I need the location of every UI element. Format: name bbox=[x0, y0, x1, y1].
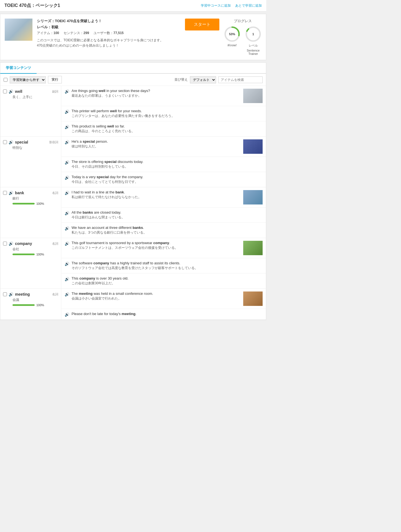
vocab-word: bank bbox=[15, 191, 24, 195]
sentence-keyword: bank bbox=[115, 190, 124, 194]
sentence-item: 🔊 He's a special person. 彼は特別な人だ。 bbox=[61, 137, 266, 157]
vocab-progress-fill bbox=[12, 254, 35, 255]
sentence-keyword: well bbox=[99, 89, 106, 93]
sentence-trainer-label: SentenceTrainer bbox=[247, 49, 260, 55]
iknow-pct: 53% bbox=[229, 32, 235, 36]
vocab-pos: 副詞 bbox=[52, 89, 58, 94]
sentence-en: This golf tournament is sponsored by a s… bbox=[72, 241, 241, 245]
sentence-item: 🔊 We have an account at three different … bbox=[61, 223, 266, 238]
action-select[interactable]: 学習対象から外す bbox=[10, 76, 46, 83]
sentence-ja: 今日、その店は特別割引をしている。 bbox=[72, 164, 263, 169]
sentence-content: Please don't be late for today's meeting… bbox=[72, 312, 263, 316]
sentence-sound-icon[interactable]: 🔊 bbox=[65, 175, 69, 180]
start-button[interactable]: スタート bbox=[185, 19, 219, 30]
sentence-ja: 私は銀行で並んで待たなければならなかった。 bbox=[72, 195, 241, 200]
vocab-left: 🔊 meeting 名詞 会議 100% bbox=[0, 289, 61, 319]
course-level: レベル：初級 bbox=[37, 25, 181, 30]
sentence-en: He's a special person. bbox=[72, 139, 241, 144]
sentence-thumbnail bbox=[243, 89, 263, 103]
vocab-checkbox[interactable] bbox=[3, 140, 7, 144]
sentence-sound-icon[interactable]: 🔊 bbox=[65, 241, 69, 246]
course-desc-line2: 470点突破のためのはじめの一歩を踏み出しましょう！ bbox=[37, 43, 181, 48]
select-all-checkbox[interactable] bbox=[4, 78, 7, 82]
sentence-item: 🔊 Please don't be late for today's meeti… bbox=[61, 309, 266, 319]
vocab-pos: 名詞 bbox=[52, 191, 58, 195]
vocab-progress-fill bbox=[12, 203, 35, 204]
sentence-thumbnail bbox=[243, 139, 263, 154]
sentence-keyword: banks bbox=[83, 210, 93, 214]
vocab-sound-icon[interactable]: 🔊 bbox=[9, 191, 13, 195]
sentence-content: This printer will perform well for your … bbox=[72, 109, 263, 118]
sentence-content: He's a special person. 彼は特別な人だ。 bbox=[72, 139, 241, 149]
vocab-left-top: 🔊 special 形容詞 bbox=[3, 140, 58, 144]
vocab-pos: 形容詞 bbox=[49, 140, 58, 144]
vocab-sound-icon[interactable]: 🔊 bbox=[9, 292, 13, 296]
sentence-item: 🔊 This golf tournament is sponsored by a… bbox=[61, 238, 266, 258]
vocab-checkbox[interactable] bbox=[3, 242, 7, 245]
vocab-progress-pct: 100% bbox=[36, 202, 44, 205]
sentence-sound-icon[interactable]: 🔊 bbox=[65, 292, 69, 296]
sentence-sound-icon[interactable]: 🔊 bbox=[65, 312, 69, 317]
vocab-checkbox[interactable] bbox=[3, 292, 7, 296]
sentence-sound-icon[interactable]: 🔊 bbox=[65, 262, 69, 266]
vocab-word: special bbox=[15, 140, 28, 144]
sentence-keyword: special bbox=[104, 160, 116, 164]
sentence-sound-icon[interactable]: 🔊 bbox=[65, 109, 69, 114]
course-details: シリーズ：TOEIC 470点を突破しよう！ レベル：初級 アイテム：100 セ… bbox=[37, 19, 181, 48]
sentence-en: The store is offering special discounts … bbox=[72, 160, 263, 164]
progress-section: プログレス 53% iKnow! bbox=[224, 19, 262, 55]
vocab-item: 🔊 well 副詞 良く、上手に 🔊 Are things going well… bbox=[0, 86, 266, 137]
sentence-trainer-level-label: レベル bbox=[249, 44, 258, 48]
sentence-en: Are things going well in your section th… bbox=[72, 89, 241, 93]
sentence-item: 🔊 This company is over 30 years old. この会… bbox=[61, 273, 266, 288]
vocab-left: 🔊 bank 名詞 銀行 100% bbox=[0, 187, 61, 238]
sentence-keyword: company bbox=[93, 261, 109, 265]
stat-users: ユーザー数：77,515 bbox=[93, 31, 124, 35]
vocab-checkbox[interactable] bbox=[3, 89, 7, 93]
vocab-sound-icon[interactable]: 🔊 bbox=[9, 241, 13, 246]
sentence-sound-icon[interactable]: 🔊 bbox=[65, 191, 69, 195]
vocab-sound-icon[interactable]: 🔊 bbox=[9, 140, 13, 144]
sentence-en: The software company has a highly traine… bbox=[72, 261, 263, 265]
sentence-sound-icon[interactable]: 🔊 bbox=[65, 226, 69, 231]
vocab-meaning: 会議 bbox=[3, 298, 58, 302]
vocab-left-top: 🔊 bank 名詞 bbox=[3, 191, 58, 195]
sentence-sound-icon[interactable]: 🔊 bbox=[65, 160, 69, 165]
sentence-keyword: banks bbox=[133, 226, 143, 230]
sentence-keyword: special bbox=[97, 175, 109, 179]
sentence-content: This golf tournament is sponsored by a s… bbox=[72, 241, 241, 250]
sentence-trainer-circle: 1 bbox=[245, 26, 262, 42]
sentence-sound-icon[interactable]: 🔊 bbox=[65, 211, 69, 215]
search-input[interactable] bbox=[218, 76, 263, 83]
add-to-course-link[interactable]: 学習中コースに追加 bbox=[201, 3, 231, 8]
toolbar: 学習対象から外す 実行 並び替え デフォルト bbox=[0, 74, 266, 86]
sentence-sound-icon[interactable]: 🔊 bbox=[65, 125, 69, 129]
course-info: シリーズ：TOEIC 470点を突破しよう！ レベル：初級 アイテム：100 セ… bbox=[0, 14, 266, 60]
vocab-right: 🔊 Are things going well in your section … bbox=[61, 86, 266, 136]
sentence-content: This company is over 30 years old. この会社は… bbox=[72, 276, 263, 286]
sentence-sound-icon[interactable]: 🔊 bbox=[65, 277, 69, 281]
vocab-word: company bbox=[15, 241, 32, 246]
course-stats: アイテム：100 センテンス：299 ユーザー数：77,515 bbox=[37, 31, 181, 35]
sentence-en: This product is selling well so far. bbox=[72, 124, 263, 128]
vocab-right: 🔊 The meeting was held in a small confer… bbox=[61, 289, 266, 319]
sentence-ja: 私たちは、3つの異なる銀行に口座を持っている。 bbox=[72, 230, 263, 235]
run-button[interactable]: 実行 bbox=[48, 76, 62, 83]
sentence-item: 🔊 The software company has a highly trai… bbox=[61, 258, 266, 273]
vocab-left-top: 🔊 company 名詞 bbox=[3, 241, 58, 246]
sentence-sound-icon[interactable]: 🔊 bbox=[65, 89, 69, 94]
sentence-item: 🔊 Today is a very special day for the co… bbox=[61, 172, 266, 187]
vocab-item: 🔊 bank 名詞 銀行 100% 🔊 I had to wait in a bbox=[0, 187, 266, 238]
sort-select[interactable]: デフォルト bbox=[190, 76, 216, 83]
add-later-link[interactable]: あとで学習に追加 bbox=[235, 3, 262, 8]
sentence-thumbnail bbox=[243, 190, 263, 204]
vocab-checkbox[interactable] bbox=[3, 191, 7, 195]
iknow-circle: 53% bbox=[224, 26, 240, 42]
course-thumbnail bbox=[5, 19, 32, 41]
vocab-sound-icon[interactable]: 🔊 bbox=[9, 89, 13, 94]
tab-learning-content[interactable]: 学習コンテンツ bbox=[0, 63, 37, 74]
sentence-sound-icon[interactable]: 🔊 bbox=[65, 140, 69, 144]
iknow-progress: 53% iKnow! bbox=[224, 26, 240, 55]
course-action: スタート bbox=[185, 19, 219, 30]
sort-label: 並び替え bbox=[174, 77, 188, 82]
